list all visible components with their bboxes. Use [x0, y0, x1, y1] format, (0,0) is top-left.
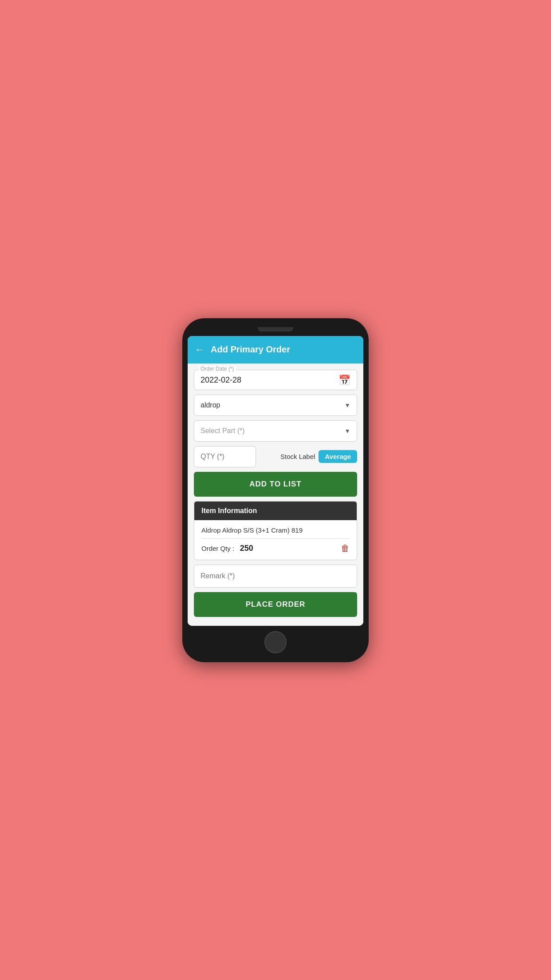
- stock-label-badge[interactable]: Average: [319, 450, 357, 463]
- delete-item-button[interactable]: 🗑: [341, 543, 350, 553]
- place-order-button[interactable]: PLACE ORDER: [194, 592, 357, 617]
- distributor-dropdown[interactable]: aldrop ▼: [194, 395, 357, 416]
- item-info-row2: Order Qty : 250 🗑: [201, 543, 350, 553]
- qty-input[interactable]: [194, 446, 256, 467]
- select-part-arrow-icon: ▼: [344, 427, 350, 435]
- stock-label-text: Stock Label: [280, 453, 315, 460]
- calendar-icon[interactable]: 📅: [338, 375, 350, 386]
- app-header: ← Add Primary Order: [188, 336, 363, 364]
- distributor-value: aldrop: [201, 401, 220, 409]
- item-information-section: Item Information Aldrop Aldrop S/S (3+1 …: [194, 501, 357, 560]
- item-info-row1: Aldrop Aldrop S/S (3+1 Cram) 819: [201, 526, 350, 539]
- dropdown-arrow-icon: ▼: [344, 402, 350, 409]
- stock-label-group: Stock Label Average: [280, 450, 357, 463]
- back-button[interactable]: ←: [195, 344, 205, 356]
- item-info-body: Aldrop Aldrop S/S (3+1 Cram) 819 Order Q…: [194, 520, 357, 560]
- select-part-placeholder: Select Part (*): [201, 427, 245, 435]
- page-title: Add Primary Order: [211, 344, 290, 355]
- select-part-dropdown[interactable]: Select Part (*) ▼: [194, 420, 357, 442]
- phone-frame: ← Add Primary Order Order Date (*) 2022-…: [182, 318, 369, 662]
- form-content: Order Date (*) 2022-02-28 📅 aldrop ▼ Sel…: [188, 364, 363, 626]
- order-date-value: 2022-02-28: [201, 375, 241, 385]
- phone-home-button[interactable]: [264, 631, 287, 653]
- phone-notch: [258, 327, 293, 332]
- remark-input[interactable]: [194, 565, 357, 588]
- order-qty-value: 250: [240, 544, 253, 553]
- qty-stock-row: Stock Label Average: [194, 446, 357, 467]
- phone-screen: ← Add Primary Order Order Date (*) 2022-…: [188, 336, 363, 626]
- order-date-field[interactable]: Order Date (*) 2022-02-28 📅: [194, 370, 357, 390]
- item-info-header-text: Item Information: [201, 507, 257, 514]
- add-to-list-button[interactable]: ADD TO LIST: [194, 472, 357, 497]
- order-qty-label: Order Qty : 250: [201, 544, 253, 553]
- order-date-label: Order Date (*): [199, 366, 236, 372]
- item-info-header: Item Information: [194, 502, 357, 520]
- date-field-row: 2022-02-28 📅: [201, 375, 350, 386]
